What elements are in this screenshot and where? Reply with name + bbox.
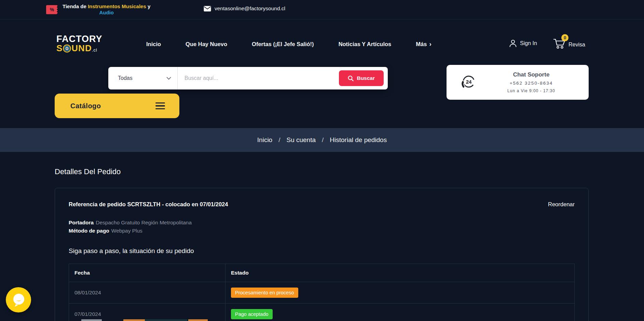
site-logo[interactable]: FACTORY S UND .cl bbox=[56, 34, 102, 53]
svg-text:24: 24 bbox=[466, 79, 472, 85]
user-icon bbox=[509, 39, 517, 47]
carrier-row: PortadoraDespacho Gratuito Región Metrop… bbox=[69, 219, 575, 227]
order-steps-heading: Siga paso a paso, la situación de su ped… bbox=[69, 247, 575, 255]
catalog-button[interactable]: Catálogo bbox=[55, 94, 179, 118]
status-badge: Procesamiento en proceso bbox=[231, 288, 298, 298]
carrier-value: Despacho Gratuito Región Metropolitana bbox=[96, 220, 192, 225]
logo-factory-text: FACTORY bbox=[56, 34, 102, 44]
header-fecha: Fecha bbox=[69, 264, 225, 282]
sign-in-label: Sign In bbox=[520, 40, 537, 46]
store-tagline: Tienda de Instrumentos Musicales y Audio bbox=[63, 3, 150, 16]
payment-label: Método de pago bbox=[69, 228, 109, 234]
tagline-highlight: Instrumentos Musicales bbox=[88, 3, 146, 9]
nav-item-noticias[interactable]: Noticias Y Artículos bbox=[339, 40, 392, 48]
carrier-label: Portadora bbox=[69, 220, 94, 225]
contact-email[interactable]: ventasonline@factorysound.cl bbox=[204, 5, 285, 12]
mail-icon bbox=[204, 6, 211, 12]
tagline-line2: Audio bbox=[63, 10, 150, 16]
cutoff-product-strip bbox=[81, 319, 102, 321]
status-badge: Pago aceptado bbox=[231, 309, 273, 319]
chevron-down-icon bbox=[166, 77, 171, 80]
breadcrumb-su-cuenta[interactable]: Su cuenta bbox=[286, 136, 316, 144]
header-estado: Estado bbox=[225, 264, 575, 282]
cart-label: Revisa bbox=[568, 42, 585, 48]
row-date: 08/01/2024 bbox=[69, 282, 225, 304]
discount-ticket-icon: % bbox=[46, 5, 58, 14]
breadcrumb-historial[interactable]: Historial de pedidos bbox=[330, 136, 387, 144]
category-select[interactable]: Todas bbox=[108, 67, 178, 89]
breadcrumb-separator: / bbox=[278, 136, 280, 144]
logo-sound-text: S UND .cl bbox=[56, 44, 102, 53]
chevron-right-icon: › bbox=[429, 40, 431, 48]
payment-row: Método de pagoWebpay Plus bbox=[69, 227, 575, 235]
cart-count-badge: 0 bbox=[561, 34, 568, 41]
speaker-o-icon bbox=[63, 44, 71, 53]
order-meta: PortadoraDespacho Gratuito Región Metrop… bbox=[69, 219, 575, 235]
support-hours: Lun a Vie 9:00 - 17:30 bbox=[480, 88, 583, 93]
support-title: Chat Soporte bbox=[480, 71, 583, 78]
reorder-link[interactable]: Reordenar bbox=[548, 201, 575, 208]
order-history-table: Fecha Estado 08/01/2024 Procesamiento en… bbox=[69, 264, 575, 321]
chat-support-card[interactable]: 24 Chat Soporte +562 3250-8634 Lun a Vie… bbox=[447, 65, 589, 100]
nav-item-que-hay-nuevo[interactable]: Que Hay Nuevo bbox=[186, 40, 227, 48]
breadcrumb-inicio[interactable]: Inicio bbox=[257, 136, 272, 144]
table-row: 07/01/2024 Pago aceptado bbox=[69, 304, 575, 321]
support-text: Chat Soporte +562 3250-8634 Lun a Vie 9:… bbox=[480, 71, 583, 93]
category-selected: Todas bbox=[118, 75, 133, 81]
search-button[interactable]: Buscar bbox=[339, 70, 384, 86]
chat-bubble-icon bbox=[11, 293, 26, 307]
order-details-card: Referencia de pedido SCRTSZLTH - colocad… bbox=[55, 188, 589, 321]
tagline-line1: Tienda de Instrumentos Musicales y bbox=[63, 3, 150, 10]
breadcrumb: Inicio / Su cuenta / Historial de pedido… bbox=[0, 128, 644, 152]
sign-in-button[interactable]: Sign In bbox=[509, 39, 537, 47]
main-nav: Inicio Que Hay Nuevo Ofertas (¡El Jefe S… bbox=[146, 40, 431, 48]
page-title: Detalles Del Pedido bbox=[55, 167, 121, 176]
search-bar: Todas Buscar bbox=[108, 67, 388, 89]
catalog-label: Catálogo bbox=[70, 102, 101, 110]
cart-button[interactable]: 0 Revisa bbox=[553, 38, 585, 49]
phone-24h-icon: 24 bbox=[459, 73, 477, 91]
hamburger-menu-icon bbox=[155, 102, 165, 110]
support-phone: +562 3250-8634 bbox=[480, 81, 583, 86]
cutoff-product-strip bbox=[145, 319, 187, 321]
logo-tld: .cl bbox=[92, 48, 97, 53]
percent-glyph: % bbox=[50, 7, 54, 12]
cutoff-product-strip bbox=[188, 319, 208, 321]
order-reference: Referencia de pedido SCRTSZLTH - colocad… bbox=[69, 201, 228, 208]
row-date: 07/01/2024 bbox=[69, 304, 225, 321]
search-icon bbox=[348, 75, 354, 81]
nav-item-ofertas[interactable]: Ofertas (¡El Jefe Salió!) bbox=[252, 40, 314, 48]
chat-widget-button[interactable] bbox=[6, 287, 31, 312]
search-button-label: Buscar bbox=[357, 75, 375, 81]
cutoff-product-strip bbox=[123, 319, 145, 321]
table-header-row: Fecha Estado bbox=[69, 264, 575, 282]
topbar: % Tienda de Instrumentos Musicales y Aud… bbox=[0, 0, 644, 19]
breadcrumb-separator: / bbox=[322, 136, 324, 144]
email-text: ventasonline@factorysound.cl bbox=[215, 5, 285, 12]
payment-value: Webpay Plus bbox=[111, 228, 142, 234]
nav-item-mas[interactable]: Más› bbox=[416, 40, 431, 48]
nav-item-inicio[interactable]: Inicio bbox=[146, 40, 161, 48]
table-row: 08/01/2024 Procesamiento en proceso bbox=[69, 282, 575, 304]
